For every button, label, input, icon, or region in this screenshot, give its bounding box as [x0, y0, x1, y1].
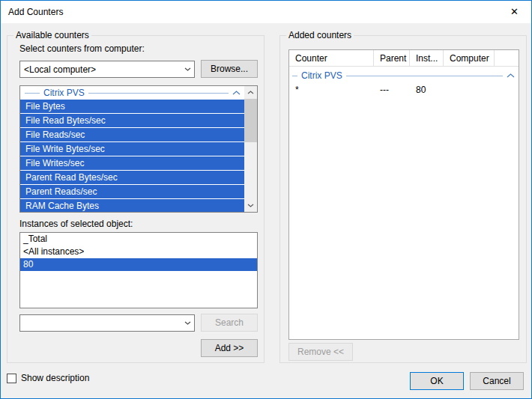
chevron-up-icon[interactable]: [507, 73, 515, 78]
cancel-button[interactable]: Cancel: [470, 372, 524, 390]
cell-counter: *: [289, 83, 374, 97]
group-header-line: [346, 76, 503, 76]
remove-button[interactable]: Remove <<: [288, 343, 353, 361]
instance-item[interactable]: <All instances>: [20, 246, 257, 258]
counter-item[interactable]: File Reads/sec: [20, 128, 244, 142]
cell-instance: 80: [410, 83, 444, 97]
counter-list-content: Citrix PVS File Bytes File Read Bytes/se…: [20, 86, 244, 212]
added-counters-group-label: Added counters: [286, 30, 354, 41]
counter-item[interactable]: File Write Bytes/sec: [20, 142, 244, 156]
instance-list: _Total <All instances> 80: [19, 232, 258, 308]
counter-list-scrollbar[interactable]: [244, 86, 257, 212]
counter-list: Citrix PVS File Bytes File Read Bytes/se…: [19, 85, 258, 213]
column-header-parent[interactable]: Parent: [374, 50, 410, 66]
instance-item-selected[interactable]: 80: [20, 258, 257, 271]
dialog-body: Available counters Select counters from …: [1, 23, 531, 398]
cell-parent: ---: [374, 83, 410, 97]
added-counters-table: Counter Parent Inst... Computer Citrix P…: [288, 49, 519, 340]
add-button[interactable]: Add >>: [201, 339, 258, 357]
counter-group-row[interactable]: Citrix PVS: [20, 86, 244, 100]
scrollbar-thumb[interactable]: [244, 99, 257, 142]
counter-item[interactable]: Parent Reads/sec: [20, 185, 244, 199]
counter-item[interactable]: Parent Read Bytes/sec: [20, 171, 244, 185]
browse-button[interactable]: Browse...: [201, 60, 258, 78]
instances-label: Instances of selected object:: [19, 219, 133, 229]
search-combo[interactable]: [19, 314, 195, 332]
column-header-counter[interactable]: Counter: [289, 50, 374, 66]
group-header-line: [88, 93, 229, 94]
ok-button[interactable]: OK: [410, 372, 464, 390]
scroll-up-icon[interactable]: [244, 86, 257, 99]
show-description-row[interactable]: Show description: [7, 372, 89, 384]
column-header-computer[interactable]: Computer: [444, 50, 495, 66]
cell-computer: [444, 83, 495, 97]
scroll-down-icon[interactable]: [244, 199, 257, 212]
search-button[interactable]: Search: [201, 314, 258, 332]
group-header-line: [25, 93, 40, 94]
show-description-checkbox[interactable]: [7, 374, 16, 383]
chevron-down-icon[interactable]: [181, 315, 194, 331]
table-header-row: Counter Parent Inst... Computer: [289, 50, 519, 67]
counter-group-label: Citrix PVS: [43, 88, 85, 98]
added-counters-group: Added counters Counter Parent Inst... Co…: [279, 35, 527, 363]
close-button[interactable]: ✕: [498, 1, 531, 22]
instance-item[interactable]: _Total: [20, 233, 257, 246]
added-group-label: Citrix PVS: [301, 70, 342, 81]
add-counters-dialog: Add Counters ✕ Available counters Select…: [0, 0, 532, 399]
counter-item[interactable]: File Read Bytes/sec: [20, 114, 244, 128]
dialog-title: Add Counters: [8, 7, 63, 17]
computer-select[interactable]: <Local computer>: [19, 61, 195, 78]
title-bar: Add Counters ✕: [1, 1, 531, 23]
added-group-row[interactable]: Citrix PVS: [289, 68, 519, 83]
chevron-up-icon[interactable]: [232, 91, 241, 95]
group-header-line: [292, 76, 297, 76]
computer-select-value: <Local computer>: [20, 64, 181, 75]
column-header-filler: [495, 50, 519, 66]
show-description-label: Show description: [21, 373, 89, 383]
available-counters-group-label: Available counters: [13, 30, 91, 41]
column-header-instance[interactable]: Inst...: [410, 50, 444, 66]
select-computer-label: Select counters from computer:: [19, 43, 145, 54]
added-counter-row[interactable]: * --- 80: [289, 83, 519, 97]
counter-item[interactable]: RAM Cache Bytes: [20, 199, 244, 212]
counter-item[interactable]: File Writes/sec: [20, 156, 244, 171]
counter-item[interactable]: File Bytes: [20, 100, 244, 114]
chevron-down-icon[interactable]: [181, 61, 194, 77]
available-counters-group: Available counters Select counters from …: [7, 35, 265, 363]
close-icon: ✕: [510, 6, 519, 17]
